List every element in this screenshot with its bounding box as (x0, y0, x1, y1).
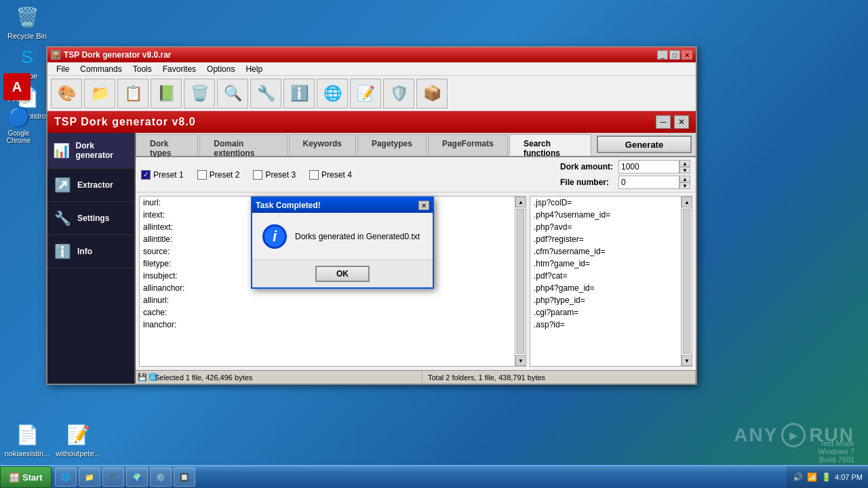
right-list-item-9[interactable]: .cgi?param= (530, 306, 681, 319)
start-label: Start (22, 472, 43, 483)
toolbar-btn-10[interactable]: 🛡️ (383, 79, 414, 108)
sidebar-item-dork-generator[interactable]: 📊 Dork generator (47, 133, 134, 169)
list-item-allinurl[interactable]: allinurl: (140, 294, 515, 306)
start-button[interactable]: 🪟 Start (0, 466, 52, 488)
doc2-icon[interactable]: 📝 withoutpete... (54, 421, 102, 458)
recycle-bin-label: Recycle Bin (7, 32, 47, 40)
right-list-item-3[interactable]: .pdf?register= (530, 233, 681, 245)
dork-amount-up[interactable]: ▲ (679, 160, 690, 167)
right-scroll-up[interactable]: ▲ (682, 197, 692, 207)
toolbar-btn-5[interactable]: 🔍 (217, 79, 248, 108)
taskbar-ie[interactable]: 🌐 (55, 468, 77, 487)
status-right-text: Total 2 folders, 1 file, 438,791 bytes (422, 371, 696, 384)
chrome-label: Google Chrome (0, 129, 37, 144)
tab-dork-types[interactable]: Dork types (136, 134, 198, 156)
toolbar-btn-8[interactable]: 🌐 (317, 79, 348, 108)
close-button[interactable]: ✕ (682, 50, 692, 60)
taskbar-folder[interactable]: 📁 (79, 468, 100, 487)
restore-button[interactable]: □ (669, 50, 680, 60)
red-minimize-btn[interactable]: ─ (656, 115, 671, 129)
modal-ok-button[interactable]: OK (315, 266, 370, 282)
taskbar-media[interactable]: 🎵 (102, 468, 124, 487)
menu-help[interactable]: Help (240, 63, 268, 75)
modal-title: Task Completed! (256, 201, 321, 210)
right-list-item-8[interactable]: .php?type_id= (530, 294, 681, 306)
anyrun-text: ANY (734, 424, 778, 446)
menu-options[interactable]: Options (201, 63, 240, 75)
modal-title-bar: Task Completed! ✕ (252, 198, 433, 213)
toolbar-btn-1[interactable]: 📁 (84, 79, 115, 108)
right-list-item-7[interactable]: .php4?game_id= (530, 282, 681, 294)
tab-domain-extentions[interactable]: Domain extentions (199, 134, 287, 156)
preset3-checkbox[interactable] (253, 170, 262, 180)
right-list-item-6[interactable]: .pdf?cat= (530, 270, 681, 282)
chrome-icon[interactable]: 🔵 Google Chrome (0, 106, 37, 144)
tab-pagetypes[interactable]: Pagetypes (357, 134, 427, 156)
menu-bar: File Commands Tools Favorites Options He… (47, 62, 696, 76)
acrobat-icon[interactable]: A (3, 73, 37, 100)
red-close-btn[interactable]: ✕ (674, 115, 689, 129)
list-item-inanchor[interactable]: inanchor: (140, 319, 515, 331)
presets-controls-row: Preset 1 Preset 2 Preset 3 Preset 4 (136, 157, 696, 192)
taskbar-media-icon: 🎵 (108, 473, 118, 482)
modal-body: i Dorks generated in Generated0.txt (252, 213, 433, 260)
sidebar-item-settings[interactable]: 🔧 Settings (47, 202, 134, 235)
right-list-item-2[interactable]: .php?avd= (530, 221, 681, 233)
menu-commands[interactable]: Commands (75, 63, 127, 75)
preset1-label: Preset 1 (153, 170, 184, 180)
menu-favorites[interactable]: Favorites (157, 63, 201, 75)
build-label: Build 7601 (818, 455, 854, 464)
left-scroll-up[interactable]: ▲ (515, 197, 526, 207)
tray-volume-icon: 🔊 (792, 472, 803, 483)
right-scroll-thumb[interactable] (683, 209, 690, 354)
sidebar-item-info[interactable]: ℹ️ Info (47, 235, 134, 268)
app-window: 📦 TSP Dork generator v8.0.rar _ □ ✕ File… (46, 46, 697, 385)
file-number-down[interactable]: ▼ (679, 182, 690, 189)
left-scroll-down[interactable]: ▼ (515, 355, 526, 366)
dork-amount-down[interactable]: ▼ (679, 167, 690, 174)
right-list-item-1[interactable]: .php4?username_id= (530, 209, 681, 221)
preset1-checkbox[interactable] (141, 170, 151, 180)
right-scroll-down[interactable]: ▼ (682, 355, 692, 366)
right-list-panel: .jsp?colD= .php4?username_id= .php?avd= … (530, 196, 692, 367)
list-item-cache[interactable]: cache: (140, 306, 515, 319)
right-list-scrollbar[interactable]: ▲ ▼ (681, 197, 692, 366)
tab-keywords[interactable]: Keywords (289, 134, 356, 156)
modal-footer: OK (252, 260, 433, 287)
generate-button[interactable]: Generate (597, 136, 692, 153)
toolbar-icon-5: 🔍 (224, 86, 242, 101)
dork-amount-input[interactable] (618, 160, 679, 174)
right-list-item-0[interactable]: .jsp?colD= (530, 197, 681, 209)
file-number-input[interactable] (618, 176, 679, 189)
toolbar-btn-3[interactable]: 📗 (151, 79, 182, 108)
minimize-button[interactable]: _ (657, 50, 668, 60)
taskbar-app[interactable]: 🔲 (174, 468, 195, 487)
taskbar-cmd-icon: ⚙️ (156, 473, 165, 482)
modal-close-button[interactable]: ✕ (418, 201, 429, 210)
file-number-up[interactable]: ▲ (679, 176, 690, 182)
taskbar-cmd[interactable]: ⚙️ (150, 468, 172, 487)
toolbar-btn-11[interactable]: 📦 (416, 79, 448, 108)
left-scroll-thumb[interactable] (517, 209, 524, 354)
left-list-scrollbar[interactable]: ▲ ▼ (515, 197, 526, 366)
right-list-item-5[interactable]: .htm?game_id= (530, 258, 681, 270)
preset4-checkbox[interactable] (309, 170, 319, 180)
toolbar-btn-2[interactable]: 📋 (117, 79, 149, 108)
sidebar-item-extractor[interactable]: ↗️ Extractor (47, 169, 134, 202)
tab-search-functions[interactable]: Search functions (509, 134, 591, 156)
toolbar-btn-4[interactable]: 🗑️ (184, 79, 215, 108)
menu-file[interactable]: File (51, 63, 75, 75)
toolbar-btn-6[interactable]: 🔧 (250, 79, 281, 108)
right-list-item-10[interactable]: .asp?id= (530, 319, 681, 331)
right-list-item-4[interactable]: .cfm?username_id= (530, 245, 681, 258)
status-bar: 💾 🌐 Selected 1 file, 426,496 bytes Total… (136, 370, 696, 384)
tab-pageformats[interactable]: PageFormats (428, 134, 508, 156)
recycle-bin-icon[interactable]: 🗑️ Recycle Bin (3, 3, 51, 40)
toolbar-btn-0[interactable]: 🎨 (51, 79, 82, 108)
toolbar-btn-7[interactable]: ℹ️ (283, 79, 315, 108)
doc1-icon[interactable]: 📄 nokiaexistin... (3, 421, 51, 458)
toolbar-btn-9[interactable]: 📝 (350, 79, 381, 108)
menu-tools[interactable]: Tools (127, 63, 157, 75)
taskbar-browser2[interactable]: 🌍 (126, 468, 148, 487)
preset2-checkbox[interactable] (197, 170, 207, 180)
